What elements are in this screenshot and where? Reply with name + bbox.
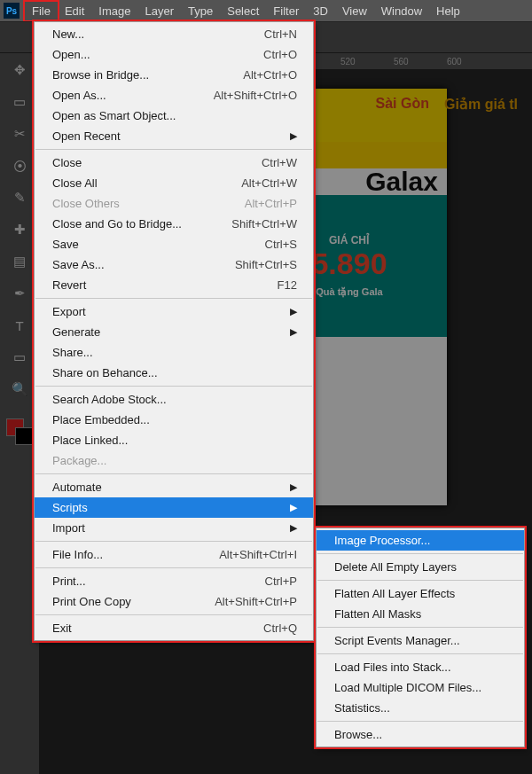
submenu-arrow-icon: ▶ [290, 522, 297, 534]
color-swatches[interactable] [6, 418, 33, 445]
menu-filter[interactable]: Filter [266, 2, 306, 20]
menu-item-label: Browse in Bridge... [52, 68, 149, 82]
crop-tool[interactable]: ✂ [8, 122, 31, 145]
menu-item-label: Flatten All Masks [334, 607, 421, 621]
scripts-menu-delete-all-empty-layers[interactable]: Delete All Empty Layers [317, 557, 524, 577]
menu-type[interactable]: Type [181, 2, 220, 20]
file-menu-open-as-smart-object[interactable]: Open as Smart Object... [35, 106, 313, 126]
file-menu-search-adobe-stock[interactable]: Search Adobe Stock... [35, 389, 313, 410]
file-menu-scripts[interactable]: Scripts▶ [35, 497, 313, 518]
menu-item-label: Scripts [52, 501, 88, 514]
file-menu-open-recent[interactable]: Open Recent▶ [35, 126, 313, 146]
menu-window[interactable]: Window [374, 2, 429, 20]
scripts-menu-separator [317, 721, 523, 722]
menu-item-label: Import [52, 521, 85, 535]
menu-item-shortcut: Alt+Shift+Ctrl+P [215, 595, 297, 608]
pen-tool[interactable]: ✒ [8, 282, 31, 305]
scripts-menu-image-processor[interactable]: Image Processor... [317, 530, 524, 551]
scripts-menu-browse[interactable]: Browse... [317, 724, 524, 745]
menu-item-shortcut: Alt+Ctrl+P [245, 197, 297, 210]
menu-item-label: Print... [52, 575, 86, 588]
type-tool[interactable]: T [8, 314, 31, 337]
file-menu-new[interactable]: New...Ctrl+N [35, 24, 313, 44]
file-menu-exit[interactable]: ExitCtrl+Q [35, 618, 313, 638]
scripts-menu-statistics[interactable]: Statistics... [317, 698, 524, 718]
gradient-tool[interactable]: ▤ [8, 250, 31, 273]
file-menu-open-as[interactable]: Open As...Alt+Shift+Ctrl+O [35, 85, 313, 106]
zoom-tool[interactable]: 🔍 [8, 378, 31, 401]
scripts-submenu: Image Processor...Delete All Empty Layer… [316, 528, 525, 747]
file-menu-browse-in-bridge[interactable]: Browse in Bridge...Alt+Ctrl+O [35, 65, 313, 85]
file-menu-save[interactable]: SaveCtrl+S [35, 234, 313, 254]
menu-item-label: Close All [52, 176, 98, 190]
file-menu-close-others: Close OthersAlt+Ctrl+P [35, 193, 313, 214]
menu-item-label: New... [52, 27, 84, 41]
file-menu-close[interactable]: CloseCtrl+W [35, 152, 313, 173]
file-menu-place-embedded[interactable]: Place Embedded... [35, 410, 313, 430]
background-swatch[interactable] [15, 427, 33, 445]
menu-item-shortcut: Alt+Shift+Ctrl+I [219, 548, 297, 561]
menu-item-shortcut: Shift+Ctrl+S [235, 258, 297, 271]
menu-file[interactable]: File [25, 2, 58, 20]
menu-image[interactable]: Image [91, 2, 137, 20]
menu-item-shortcut: Ctrl+Q [263, 622, 297, 635]
menu-item-shortcut: Alt+Shift+Ctrl+O [214, 89, 297, 102]
file-menu-close-all[interactable]: Close AllAlt+Ctrl+W [35, 173, 313, 193]
menu-item-shortcut: Ctrl+O [263, 48, 297, 61]
photoshop-logo-icon: Ps [4, 3, 20, 19]
file-menu-automate[interactable]: Automate▶ [35, 477, 313, 497]
menu-select[interactable]: Select [220, 2, 266, 20]
healing-tool[interactable]: ✚ [8, 218, 31, 241]
file-menu: New...Ctrl+NOpen...Ctrl+OBrowse in Bridg… [34, 21, 314, 641]
move-tool[interactable]: ✥ [8, 59, 31, 82]
menu-layer[interactable]: Layer [138, 2, 182, 20]
file-menu-package: Package... [35, 450, 313, 471]
menu-edit[interactable]: Edit [58, 2, 91, 20]
menu-item-label: Share on Behance... [52, 366, 158, 379]
canvas-brand: Galax [365, 167, 438, 197]
menu-item-label: Close and Go to Bridge... [52, 217, 182, 231]
menu-view[interactable]: View [335, 2, 374, 20]
submenu-arrow-icon: ▶ [290, 481, 297, 493]
file-menu-export[interactable]: Export▶ [35, 301, 313, 322]
menu-item-label: Delete All Empty Layers [334, 560, 457, 574]
photoshop-app: Ps FileEditImageLayerTypeSelectFilter3DV… [0, 0, 532, 774]
file-menu-import[interactable]: Import▶ [35, 518, 313, 538]
file-menu-file-info[interactable]: File Info...Alt+Shift+Ctrl+I [35, 544, 313, 565]
scripts-menu-flatten-all-layer-effects[interactable]: Flatten All Layer Effects [317, 583, 524, 604]
menu-item-shortcut: F12 [278, 278, 297, 292]
file-menu-share-on-behance[interactable]: Share on Behance... [35, 363, 313, 383]
menu-item-label: Print One Copy [52, 595, 131, 608]
file-menu-save-as[interactable]: Save As...Shift+Ctrl+S [35, 254, 313, 275]
scripts-menu-separator [317, 580, 523, 581]
file-menu-generate[interactable]: Generate▶ [35, 322, 313, 342]
menu-item-shortcut: Shift+Ctrl+W [231, 217, 297, 231]
menu-item-label: Open as Smart Object... [52, 109, 176, 122]
eyedropper-tool[interactable]: ⦿ [8, 154, 31, 177]
scripts-menu-load-multiple-dicom-files[interactable]: Load Multiple DICOM Files... [317, 677, 524, 698]
menu-3d[interactable]: 3D [306, 2, 335, 20]
menu-item-label: Close [52, 156, 82, 169]
file-menu-separator [35, 298, 312, 299]
scripts-menu-load-files-into-stack[interactable]: Load Files into Stack... [317, 657, 524, 677]
menu-item-label: Search Adobe Stock... [52, 393, 167, 406]
brush-tool[interactable]: ✎ [8, 186, 31, 209]
file-menu-close-and-go-to-bridge[interactable]: Close and Go to Bridge...Shift+Ctrl+W [35, 214, 313, 234]
file-menu-open[interactable]: Open...Ctrl+O [35, 44, 313, 65]
shape-tool[interactable]: ▭ [8, 346, 31, 369]
submenu-arrow-icon: ▶ [290, 306, 297, 317]
menu-item-label: Exit [52, 622, 72, 635]
scripts-menu-script-events-manager[interactable]: Script Events Manager... [317, 630, 524, 651]
file-menu-share[interactable]: Share... [35, 342, 313, 363]
menu-item-label: Flatten All Layer Effects [334, 587, 455, 600]
menu-help[interactable]: Help [429, 2, 467, 20]
file-menu-separator [35, 473, 312, 474]
scripts-menu-flatten-all-masks[interactable]: Flatten All Masks [317, 604, 524, 624]
file-menu-place-linked[interactable]: Place Linked... [35, 430, 313, 450]
file-menu-print-one-copy[interactable]: Print One CopyAlt+Shift+Ctrl+P [35, 591, 313, 612]
ruler-tick: 600 [447, 57, 462, 66]
marquee-tool[interactable]: ▭ [8, 90, 31, 113]
file-menu-print[interactable]: Print...Ctrl+P [35, 571, 313, 591]
menu-item-shortcut: Alt+Ctrl+O [243, 68, 297, 82]
file-menu-revert[interactable]: RevertF12 [35, 275, 313, 295]
